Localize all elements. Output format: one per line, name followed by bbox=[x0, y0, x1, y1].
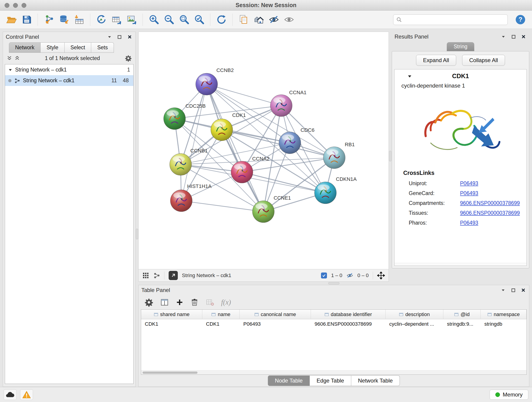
float-panel-button[interactable] bbox=[117, 34, 123, 40]
float-panel-button[interactable] bbox=[510, 287, 516, 293]
node-CDC25B[interactable] bbox=[164, 108, 185, 129]
zoom-out-button[interactable] bbox=[162, 13, 176, 27]
table-options-button[interactable] bbox=[145, 298, 153, 307]
selected-elements-checkbox[interactable] bbox=[321, 273, 327, 279]
edge-CCNB2-CCNA1[interactable] bbox=[207, 84, 281, 105]
node-CDK1[interactable] bbox=[211, 119, 233, 141]
column-header-description[interactable]: description bbox=[386, 310, 443, 319]
node-CCNB1[interactable] bbox=[170, 153, 191, 175]
collapse-panel-button[interactable] bbox=[500, 34, 506, 40]
results-panel-splitter[interactable] bbox=[389, 32, 392, 282]
close-panel-button[interactable] bbox=[520, 34, 526, 40]
delete-column-button[interactable] bbox=[190, 298, 199, 306]
tab-select[interactable]: Select bbox=[65, 42, 91, 53]
node-CCNA1[interactable] bbox=[270, 95, 292, 116]
splitter-handle[interactable] bbox=[389, 151, 391, 161]
column-header-shared-name[interactable]: shared name bbox=[141, 310, 202, 319]
network-canvas[interactable]: CCNB2CCNA1CDC25BCDK1CDC6RB1CCNB1CCNA2CDK… bbox=[138, 32, 389, 269]
tab-sets[interactable]: Sets bbox=[91, 42, 114, 53]
column-header-canonical-name[interactable]: canonical name bbox=[240, 310, 311, 319]
grid-view-button[interactable] bbox=[142, 272, 149, 279]
zoom-in-button[interactable] bbox=[147, 13, 161, 27]
open-session-button[interactable] bbox=[5, 13, 18, 27]
show-columns-button[interactable] bbox=[160, 298, 169, 307]
node-CCNE1[interactable] bbox=[253, 201, 274, 223]
network-options-button[interactable] bbox=[125, 55, 132, 62]
search-input[interactable] bbox=[393, 14, 508, 25]
column-header-name[interactable]: name bbox=[202, 310, 240, 319]
network-overview-button[interactable] bbox=[153, 272, 160, 279]
results-scrollbar[interactable] bbox=[394, 263, 526, 266]
splitter-handle[interactable] bbox=[328, 282, 339, 284]
node-RB1[interactable] bbox=[323, 147, 345, 168]
zoom-selected-button[interactable] bbox=[192, 13, 206, 27]
export-image-button[interactable] bbox=[125, 13, 138, 27]
window-zoom-button[interactable] bbox=[22, 3, 26, 8]
collapse-panel-button[interactable] bbox=[500, 287, 506, 293]
string-protein-query-button[interactable] bbox=[252, 13, 266, 27]
window-minimize-button[interactable] bbox=[13, 3, 18, 8]
column-header-database-identifier[interactable]: database identifier bbox=[311, 310, 386, 319]
splitter-handle[interactable] bbox=[136, 229, 138, 239]
memory-button[interactable]: Memory bbox=[490, 390, 528, 400]
tab-network-table[interactable]: Network Table bbox=[351, 375, 400, 386]
toggle-graphics-details-button[interactable] bbox=[282, 13, 296, 27]
delete-table-button[interactable] bbox=[206, 298, 214, 307]
crosslink-pharos-link[interactable]: P06493 bbox=[460, 220, 526, 226]
tab-string[interactable]: String bbox=[447, 42, 474, 51]
edge-CDK1-RB1[interactable] bbox=[222, 130, 334, 158]
export-view-button[interactable] bbox=[169, 271, 178, 280]
network-graph[interactable]: CCNB2CCNA1CDC25BCDK1CDC6RB1CCNB1CCNA2CDK… bbox=[139, 32, 389, 269]
import-network-database-button[interactable] bbox=[57, 13, 71, 27]
table-horizontal-scrollbar[interactable] bbox=[141, 370, 526, 375]
crosslink-compartments-link[interactable]: 9606.ENSP00000378699 bbox=[460, 200, 526, 206]
create-column-button[interactable] bbox=[176, 298, 184, 306]
import-table-button[interactable] bbox=[72, 13, 86, 27]
tab-node-table[interactable]: Node Table bbox=[268, 375, 310, 386]
table-cell[interactable]: stringdb:9... bbox=[443, 319, 481, 329]
node-CDC6[interactable] bbox=[279, 132, 301, 153]
pan-mode-button[interactable] bbox=[377, 272, 385, 279]
node-HIST1H1A[interactable] bbox=[171, 190, 192, 211]
node-CCNB2[interactable] bbox=[196, 73, 217, 95]
tab-edge-table[interactable]: Edge Table bbox=[310, 375, 351, 386]
table-panel-splitter[interactable] bbox=[138, 282, 529, 285]
table-cell[interactable]: 9606.ENSP00000378699 bbox=[311, 319, 386, 329]
column-header-namespace[interactable]: namespace bbox=[481, 310, 526, 319]
scrollbar-thumb[interactable] bbox=[143, 371, 197, 374]
network-row[interactable]: String Network – cdk1 11 48 bbox=[5, 75, 133, 86]
window-close-button[interactable] bbox=[5, 3, 9, 8]
apply-layout-button[interactable] bbox=[215, 13, 228, 27]
tab-style[interactable]: Style bbox=[41, 42, 64, 53]
close-panel-button[interactable] bbox=[127, 34, 133, 40]
toggle-enhanced-graphics-button[interactable] bbox=[267, 13, 281, 27]
node-CDKN1A[interactable] bbox=[315, 182, 336, 204]
table-cell[interactable]: CDK1 bbox=[202, 319, 240, 329]
tree-expander-icon[interactable] bbox=[8, 68, 12, 72]
table-cell[interactable]: CDK1 bbox=[141, 319, 202, 329]
cloud-status-button[interactable] bbox=[4, 389, 17, 400]
collapse-all-networks-button[interactable] bbox=[7, 56, 12, 61]
import-network-file-button[interactable] bbox=[42, 13, 56, 27]
export-table-button[interactable] bbox=[109, 13, 123, 27]
tab-network[interactable]: Network bbox=[9, 42, 41, 53]
section-expander-icon[interactable] bbox=[407, 74, 412, 79]
crosslink-genecard-link[interactable]: P06493 bbox=[460, 190, 526, 196]
network-collection-row[interactable]: String Network – cdk1 1 bbox=[5, 64, 133, 75]
crosslink-uniprot-link[interactable]: P06493 bbox=[460, 180, 526, 186]
table-cell[interactable]: stringdb bbox=[481, 319, 526, 329]
crosslink-tissues-link[interactable]: 9606.ENSP00000378699 bbox=[460, 210, 526, 216]
edge-CCNB2-CCNE1[interactable] bbox=[207, 84, 264, 211]
column-header-@id[interactable]: @id bbox=[443, 310, 481, 319]
duplicate-document-button[interactable] bbox=[237, 13, 250, 27]
edge-HIST1H1A-CCNE1[interactable] bbox=[181, 201, 263, 212]
warnings-button[interactable] bbox=[20, 389, 33, 400]
help-button[interactable]: ? bbox=[515, 14, 526, 26]
node-CCNA2[interactable] bbox=[231, 161, 253, 183]
export-network-button[interactable] bbox=[94, 13, 108, 27]
table-row[interactable]: CDK1CDK1P064939606.ENSP00000378699cyclin… bbox=[141, 319, 526, 329]
expand-all-networks-button[interactable] bbox=[14, 56, 20, 61]
table-cell[interactable]: cyclin–dependent ... bbox=[386, 319, 443, 329]
function-builder-button[interactable]: f(x) bbox=[221, 298, 231, 306]
float-panel-button[interactable] bbox=[510, 34, 516, 40]
